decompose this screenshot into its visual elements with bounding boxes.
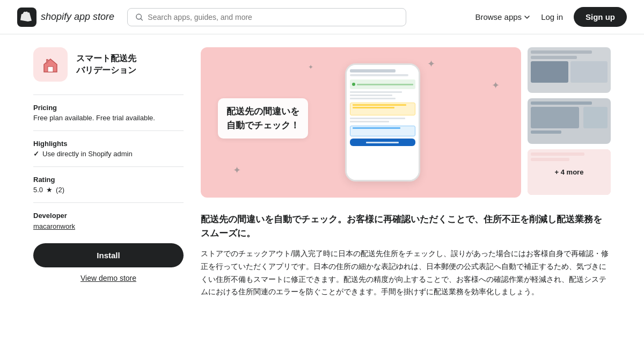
phone-screen <box>347 65 419 180</box>
divider-2 <box>33 130 184 131</box>
highlight-text-1: Use directly in Shopify admin <box>42 150 133 158</box>
thumb-bar <box>531 50 592 54</box>
logo: shopify app store <box>17 8 114 27</box>
sparkle-icon-1: ✦ <box>427 58 435 70</box>
search-input[interactable] <box>148 13 398 21</box>
app-identity: スマート配送先 バリデーション <box>33 47 184 82</box>
sidebar: スマート配送先 バリデーション Pricing Free plan availa… <box>33 47 184 282</box>
signup-button[interactable]: Sign up <box>574 7 627 27</box>
svg-rect-2 <box>48 67 53 72</box>
checkmark-icon: ✓ <box>33 150 39 158</box>
thumb-row <box>531 61 608 83</box>
thumb-col <box>570 61 608 83</box>
description-body: ストアでのチェックアウト/購入完了時に日本の配送先住所をチェックし、誤りがあった… <box>201 248 611 299</box>
demo-link[interactable]: View demo store <box>33 274 184 282</box>
highlights-section: Highlights ✓ Use directly in Shopify adm… <box>33 140 184 158</box>
overlay-text: 配送先の間違いを 自動でチェック！ <box>218 98 308 139</box>
header: shopify app store Browse apps Log in Sig… <box>0 0 644 34</box>
divider-1 <box>33 94 184 95</box>
login-button[interactable]: Log in <box>541 12 563 21</box>
sparkle-icon-4: ✦ <box>308 63 313 71</box>
star-icon: ★ <box>46 186 53 194</box>
browse-apps-button[interactable]: Browse apps <box>475 12 530 21</box>
screenshots-container: ✦ ✦ ✦ ✦ 配送先の間違いを 自動でチェック！ <box>201 47 611 198</box>
thumb-bar <box>531 56 577 59</box>
thumb-row <box>531 107 608 128</box>
thumbnail-3[interactable]: + 4 more <box>528 149 611 195</box>
description: 配送先の間違いを自動でチェック。お客様に再確認いただくことで、住所不正を削減し配… <box>201 213 611 299</box>
pricing-label: Pricing <box>33 104 184 112</box>
browse-apps-label: Browse apps <box>475 12 522 21</box>
thumbnail-1[interactable] <box>528 47 611 93</box>
main-screenshot[interactable]: ✦ ✦ ✦ ✦ 配送先の間違いを 自動でチェック！ <box>201 47 521 198</box>
thumb-2-content <box>528 98 611 144</box>
more-label: + 4 more <box>555 168 584 176</box>
search-icon <box>135 13 143 21</box>
sparkle-icon-2: ✦ <box>492 79 500 91</box>
rating-value: 5.0 <box>33 186 43 194</box>
thumbnails: + 4 more <box>528 47 611 198</box>
divider-4 <box>33 202 184 203</box>
thumbnail-2[interactable] <box>528 98 611 144</box>
rating-label: Rating <box>33 176 184 184</box>
developer-section: Developer macaronwork <box>33 212 184 230</box>
top-section: スマート配送先 バリデーション Pricing Free plan availa… <box>33 47 611 299</box>
more-overlay[interactable]: + 4 more <box>528 149 611 195</box>
screenshot-content: ✦ ✦ ✦ ✦ 配送先の間違いを 自動でチェック！ <box>201 47 521 198</box>
description-headline: 配送先の間違いを自動でチェック。お客様に再確認いただくことで、住所不正を削減し配… <box>201 213 611 240</box>
app-name: スマート配送先 バリデーション <box>76 53 136 77</box>
highlight-item-1: ✓ Use directly in Shopify admin <box>33 150 184 158</box>
highlights-label: Highlights <box>33 140 184 148</box>
logo-text: shopify app store <box>41 11 114 23</box>
app-icon-image <box>40 54 61 75</box>
divider-3 <box>33 166 184 167</box>
app-icon <box>33 47 68 82</box>
chevron-down-icon <box>524 14 530 20</box>
shopify-logo-icon <box>17 8 36 27</box>
thumb-1-content <box>528 47 611 93</box>
developer-link[interactable]: macaronwork <box>33 222 75 230</box>
media-area: ✦ ✦ ✦ ✦ 配送先の間違いを 自動でチェック！ <box>201 47 611 299</box>
rating-section: Rating 5.0 ★ (2) <box>33 176 184 194</box>
thumb-col <box>531 61 568 83</box>
install-button[interactable]: Install <box>33 243 184 267</box>
headline-text: 配送先の間違いを自動でチェック。お客様に再確認いただくことで、住所不正を削減し配… <box>201 214 602 238</box>
pricing-section: Pricing Free plan available. Free trial … <box>33 104 184 122</box>
rating-row: 5.0 ★ (2) <box>33 186 184 194</box>
developer-label: Developer <box>33 212 184 220</box>
rating-count: (2) <box>56 186 64 194</box>
search-bar[interactable] <box>127 8 406 26</box>
main-content: スマート配送先 バリデーション Pricing Free plan availa… <box>16 34 628 311</box>
phone-mockup <box>345 63 420 181</box>
nav-right: Browse apps Log in Sign up <box>475 7 627 27</box>
pricing-value: Free plan available. Free trial availabl… <box>33 114 184 122</box>
sparkle-icon-3: ✦ <box>233 164 241 176</box>
